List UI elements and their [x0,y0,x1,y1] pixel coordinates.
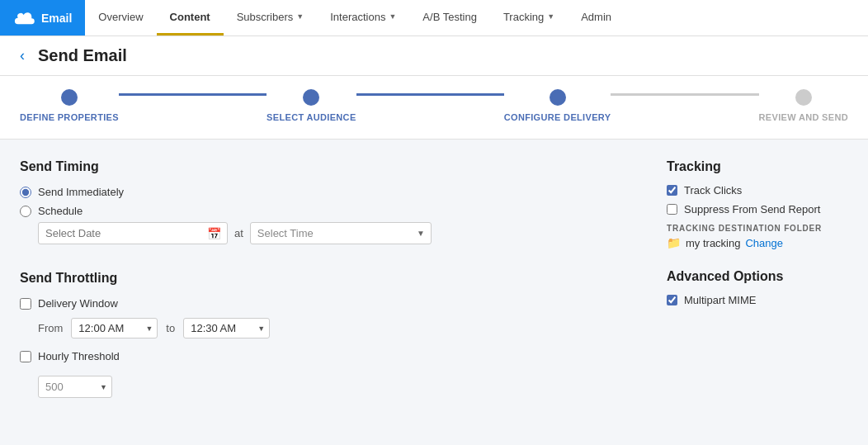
stepper: DEFINE PROPERTIES SELECT AUDIENCE CONFIG… [20,89,848,122]
nav-tab-tracking[interactable]: Tracking▼ [490,0,568,36]
step-label-delivery: CONFIGURE DELIVERY [504,112,611,122]
multipart-mime-text: Multipart MIME [684,294,756,306]
subscribers-chevron: ▼ [296,12,304,21]
at-label: at [234,227,243,239]
delivery-window-label[interactable]: Delivery Window [20,297,634,310]
delivery-window-text: Delivery Window [38,297,118,310]
back-button[interactable]: ‹ [17,47,28,64]
stepper-container: DEFINE PROPERTIES SELECT AUDIENCE CONFIG… [0,76,868,140]
send-throttling-title: Send Throttling [20,271,634,286]
nav-tab-subscribers[interactable]: Subscribers▼ [224,0,318,36]
interactions-chevron: ▼ [389,12,396,21]
time-select-wrapper: Select Time 12:00 AM 12:30 AM ▼ [250,222,432,244]
delivery-window-checkbox[interactable] [20,298,31,310]
delivery-window-row: From 12:00 AM 12:30 AM 1:00 AM ▼ to 12:3… [38,318,634,338]
brand: Email [0,0,85,36]
step-circle-define [61,89,78,106]
threshold-row: ▼ [38,371,634,398]
threshold-input-wrapper: ▼ [38,376,112,398]
advanced-options-title: Advanced Options [667,269,848,284]
tracking-chevron: ▼ [547,12,554,21]
tracking-destination-label: TRACKING DESTINATION FOLDER [667,224,848,233]
step-label-review: REVIEW AND SEND [759,112,848,122]
change-link[interactable]: Change [745,237,783,249]
schedule-radio[interactable] [20,206,31,217]
schedule-label: Schedule [38,205,83,217]
nav-tab-ab-testing[interactable]: A/B Testing [409,0,490,36]
left-panel: Send Timing Send Immediately Schedule 📅 … [20,159,634,445]
step-review[interactable]: REVIEW AND SEND [759,89,848,122]
calendar-icon: 📅 [207,227,221,240]
schedule-row: 📅 at Select Time 12:00 AM 12:30 AM ▼ [38,222,634,244]
multipart-mime-label[interactable]: Multipart MIME [667,294,848,306]
hourly-threshold-text: Hourly Threshold [38,350,120,362]
right-panel: Tracking Track Clicks Suppress From Send… [667,159,848,445]
hourly-threshold-label[interactable]: Hourly Threshold [20,350,634,362]
time-select[interactable]: Select Time 12:00 AM 12:30 AM [250,222,432,244]
threshold-chevron-icon: ▼ [100,383,107,391]
to-label: to [166,322,175,334]
track-clicks-label[interactable]: Track Clicks [667,184,848,196]
time-chevron-icon: ▼ [417,229,425,238]
nav-tab-overview[interactable]: Overview [85,0,156,36]
hourly-threshold-checkbox[interactable] [20,351,31,362]
folder-icon: 📁 [667,236,681,249]
send-immediately-label: Send Immediately [38,186,124,198]
nav-tabs: Overview Content Subscribers▼ Interactio… [85,0,625,36]
send-immediately-radio[interactable] [20,187,31,198]
step-audience[interactable]: SELECT AUDIENCE [267,89,356,122]
track-clicks-text: Track Clicks [684,184,742,196]
page-title: Send Email [38,46,127,65]
multipart-mime-checkbox[interactable] [667,295,677,305]
advanced-options-section: Advanced Options Multipart MIME [667,269,848,306]
send-throttling-section: Send Throttling Delivery Window From 12:… [20,271,634,398]
suppress-from-send-label[interactable]: Suppress From Send Report [667,203,848,215]
tracking-section: Tracking Track Clicks Suppress From Send… [667,159,848,249]
step-label-audience: SELECT AUDIENCE [267,112,356,122]
suppress-from-send-checkbox[interactable] [667,204,677,215]
send-timing-section: Send Timing Send Immediately Schedule 📅 … [20,159,634,244]
cloud-icon [13,11,36,26]
top-nav: Email Overview Content Subscribers▼ Inte… [0,0,868,36]
step-circle-review [795,89,812,106]
suppress-from-send-text: Suppress From Send Report [684,203,820,215]
connector-3 [611,93,758,96]
from-time-wrapper: 12:00 AM 12:30 AM 1:00 AM ▼ [71,318,158,338]
date-input-wrapper: 📅 [38,222,228,244]
step-define[interactable]: DEFINE PROPERTIES [20,89,119,122]
to-time-select[interactable]: 12:30 AM 1:00 AM 1:30 AM [183,318,270,338]
schedule-option[interactable]: Schedule [20,205,634,217]
from-time-select[interactable]: 12:00 AM 12:30 AM 1:00 AM [71,318,158,338]
to-time-wrapper: 12:30 AM 1:00 AM 1:30 AM ▼ [183,318,270,338]
step-delivery[interactable]: CONFIGURE DELIVERY [504,89,611,122]
folder-name: my tracking [686,237,740,249]
send-immediately-option[interactable]: Send Immediately [20,186,634,198]
brand-label: Email [41,12,72,25]
nav-tab-interactions[interactable]: Interactions▼ [317,0,409,36]
track-clicks-checkbox[interactable] [667,185,677,196]
date-input[interactable] [38,222,228,244]
from-label: From [38,322,63,334]
step-circle-audience [303,89,319,106]
nav-tab-content[interactable]: Content [157,0,224,36]
tracking-folder-row: 📁 my tracking Change [667,236,848,249]
step-circle-delivery [550,89,566,106]
connector-1 [119,93,267,96]
timing-radio-group: Send Immediately Schedule [20,186,634,217]
send-timing-title: Send Timing [20,159,634,174]
connector-2 [356,93,504,96]
page-header: ‹ Send Email [0,36,868,76]
tracking-section-title: Tracking [667,159,848,174]
nav-tab-admin[interactable]: Admin [568,0,625,36]
main-content: Send Timing Send Immediately Schedule 📅 … [0,140,868,445]
step-label-define: DEFINE PROPERTIES [20,112,119,122]
